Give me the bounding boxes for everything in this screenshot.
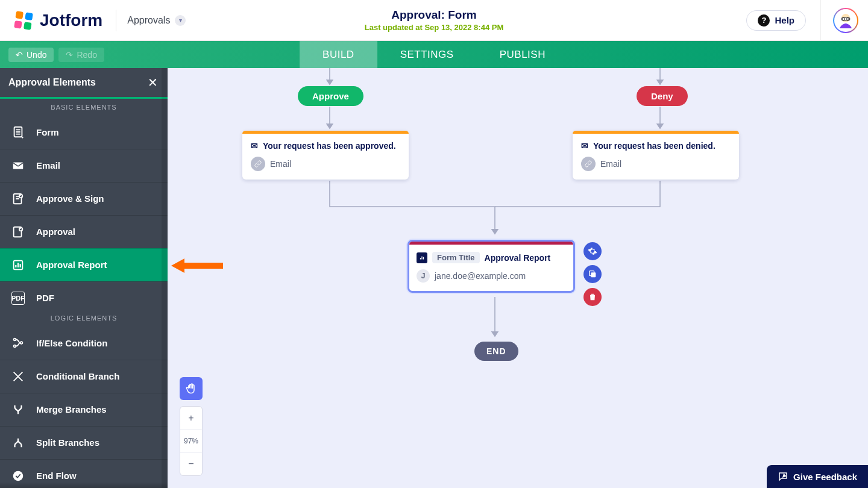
tab-publish-label: PUBLISH [500, 49, 546, 61]
undo-icon: ↶ [16, 50, 23, 60]
email-label: Email [600, 159, 621, 169]
approval-report-node[interactable]: Form Title Approval Report J jane.doe@ex… [407, 240, 575, 293]
sidebar-logic-list: If/Else Condition Conditional Branch Mer… [0, 327, 168, 488]
denied-email-card[interactable]: ✉ Your request has been denied. Email [573, 131, 739, 180]
sidebar-cat-basic: BASIC ELEMENTS [0, 99, 168, 116]
svg-rect-0 [15, 11, 24, 19]
sidebar-item-approval[interactable]: Approval [0, 215, 168, 248]
divider [116, 10, 116, 31]
redo-icon: ↷ [66, 50, 73, 60]
email-label: Email [270, 159, 291, 169]
approvals-dropdown[interactable]: Approvals ▾ [127, 15, 186, 26]
brand-logo[interactable]: Jotform [13, 10, 102, 31]
sidebar-item-email[interactable]: Email [0, 149, 168, 182]
sidebar-basic-list: Form Email Approve & Sign Approval Appro… [0, 116, 168, 310]
help-icon: ? [758, 14, 770, 27]
sidebar-item-approve-sign[interactable]: Approve & Sign [0, 182, 168, 215]
sidebar-item-label: Approval Report [36, 260, 107, 270]
page-title-block: Approval: Form Last updated at Sep 13, 2… [365, 8, 503, 32]
svg-rect-25 [591, 272, 596, 277]
sidebar-item-form[interactable]: Form [0, 116, 168, 149]
end-label: END [486, 346, 506, 356]
node-side-controls [583, 242, 602, 306]
node-delete-button[interactable] [583, 288, 602, 306]
sidebar-item-label: End Flow [36, 471, 77, 481]
sign-icon [10, 190, 27, 207]
svg-rect-2 [14, 20, 22, 29]
help-label: Help [775, 15, 794, 25]
tab-publish[interactable]: PUBLISH [477, 41, 568, 68]
feedback-label: Give Feedback [793, 472, 857, 482]
merge-icon [10, 401, 27, 418]
split-icon [10, 434, 27, 451]
link-icon [251, 157, 265, 171]
svg-point-18 [20, 342, 23, 344]
approve-label: Approve [312, 91, 349, 101]
end-node[interactable]: END [474, 342, 518, 361]
ifelse-icon [10, 334, 27, 351]
denied-msg: Your request has been denied. [593, 141, 715, 151]
sidebar-header: Approval Elements ✕ [0, 68, 168, 97]
page-title: Approval: Form [365, 8, 503, 22]
form-title-tag: Form Title [432, 252, 480, 263]
chevron-down-icon: ▾ [175, 15, 186, 26]
sidebar-item-label: If/Else Condition [36, 338, 107, 348]
svg-marker-27 [171, 258, 223, 273]
approval-icon [10, 224, 27, 240]
close-icon[interactable]: ✕ [148, 75, 158, 90]
sidebar-item-label: PDF [36, 293, 54, 303]
tab-build[interactable]: BUILD [300, 41, 377, 68]
feedback-icon [778, 471, 788, 482]
pan-tool-button[interactable] [180, 377, 203, 400]
user-avatar[interactable] [833, 8, 858, 33]
sidebar-item-label: Split Branches [36, 437, 99, 448]
give-feedback-button[interactable]: Give Feedback [767, 465, 868, 488]
node-settings-button[interactable] [583, 242, 602, 260]
zoom-out-button[interactable]: − [180, 452, 202, 475]
recipient-email: jane.doe@example.com [435, 271, 526, 281]
node-duplicate-button[interactable] [583, 265, 602, 283]
topbar: Jotform Approvals ▾ Approval: Form Last … [0, 0, 868, 41]
approved-msg: Your request has been approved. [263, 141, 396, 151]
deny-pill[interactable]: Deny [637, 86, 688, 106]
link-icon [581, 157, 596, 171]
sidebar-cat-logic: LOGIC ELEMENTS [0, 310, 168, 327]
sidebar-item-merge[interactable]: Merge Branches [0, 393, 168, 426]
approved-email-card[interactable]: ✉ Your request has been approved. Email [242, 131, 409, 180]
sidebar-item-approval-report[interactable]: Approval Report [0, 248, 168, 281]
undo-label: Undo [27, 50, 46, 60]
brand-name: Jotform [40, 11, 102, 30]
flow-canvas[interactable]: Approve Deny ✉ Your request has been app… [168, 68, 868, 488]
sidebar-title: Approval Elements [8, 77, 96, 88]
mail-icon: ✉ [581, 141, 588, 151]
svg-rect-10 [13, 162, 24, 169]
form-icon [10, 124, 27, 140]
undo-button[interactable]: ↶ Undo [8, 48, 54, 62]
svg-rect-1 [25, 12, 33, 20]
sidebar-item-label: Approval [36, 227, 75, 237]
sidebar-item-pdf[interactable]: PDF PDF [0, 281, 168, 310]
node-title: Approval Report [485, 253, 551, 263]
canvas-zoom-controls: + 97% − [180, 377, 203, 476]
zoom-in-button[interactable]: + [180, 407, 202, 430]
svg-point-16 [14, 339, 16, 341]
help-button[interactable]: ? Help [746, 10, 806, 31]
sidebar-shadow [0, 482, 168, 488]
avatar-image-icon [834, 9, 857, 32]
approvals-dropdown-label: Approvals [127, 15, 170, 26]
sidebar-item-ifelse[interactable]: If/Else Condition [0, 327, 168, 360]
tab-settings[interactable]: SETTINGS [377, 41, 477, 68]
sidebar-item-label: Email [36, 160, 60, 170]
deny-label: Deny [651, 91, 673, 101]
report-icon [417, 252, 427, 263]
sidebar-item-cond-branch[interactable]: Conditional Branch [0, 360, 168, 393]
sidebar-item-split[interactable]: Split Branches [0, 426, 168, 459]
mail-icon: ✉ [251, 141, 258, 151]
report-icon [10, 257, 27, 274]
approve-pill[interactable]: Approve [298, 86, 363, 106]
redo-button[interactable]: ↷ Redo [58, 48, 104, 62]
sidebar-item-label: Form [36, 127, 59, 137]
page-subtitle: Last updated at Sep 13, 2022 8:44 PM [365, 23, 503, 32]
pdf-icon: PDF [10, 290, 27, 307]
sidebar-item-label: Approve & Sign [36, 193, 104, 204]
